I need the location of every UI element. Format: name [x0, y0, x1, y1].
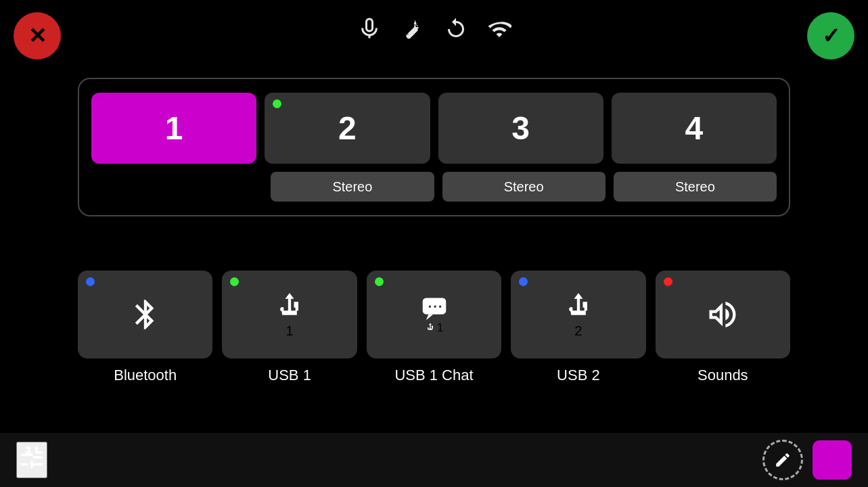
close-button[interactable]: ✕: [14, 12, 61, 60]
usb2-label: USB 2: [557, 367, 600, 384]
channel-row: 1 2 3 4: [91, 93, 777, 164]
usb1-icon: [272, 292, 307, 327]
sounds-indicator: [664, 277, 672, 286]
usb1-source-button[interactable]: 1 USB 1: [222, 271, 357, 384]
usb2-indicator: [519, 277, 528, 286]
usb1chat-icon-wrap: • • • 1: [420, 296, 449, 333]
sliders-icon: [18, 443, 46, 471]
svg-marker-1: [426, 315, 432, 321]
guitar-icon: [401, 17, 425, 47]
main-panel: 1 2 3 4 Stereo Stereo Stereo: [78, 78, 790, 216]
channel-2-button[interactable]: 2: [265, 93, 430, 164]
usb1-icon-wrap: 1: [272, 292, 307, 338]
sounds-icon: [705, 297, 740, 332]
bottom-right: [762, 440, 852, 480]
settings-button[interactable]: [16, 442, 47, 478]
usb1-icon-box: 1: [222, 271, 357, 358]
usb1-label: USB 1: [268, 367, 311, 384]
confirm-button[interactable]: ✓: [807, 12, 854, 60]
microphone-icon: [357, 17, 382, 47]
bluetooth-indicator: [86, 277, 95, 286]
usb-sub-icon: [425, 323, 436, 333]
usb1chat-indicator: [375, 277, 384, 286]
usb2-icon-box: 2: [511, 271, 645, 358]
bluetooth-source-button[interactable]: Bluetooth: [78, 271, 212, 384]
pencil-icon: [774, 451, 792, 469]
chat-bubble-icon: • • •: [420, 296, 449, 321]
source-row: Bluetooth 1 USB 1 • • •: [78, 271, 790, 384]
bluetooth-icon: [128, 297, 163, 332]
stereo-1-button[interactable]: Stereo: [271, 172, 434, 202]
bottom-bar: [0, 433, 868, 487]
usb2-icon-wrap: 2: [561, 292, 596, 338]
reset-icon: [444, 17, 468, 47]
usb1chat-source-button[interactable]: • • • 1 USB 1 Chat: [367, 271, 501, 384]
bluetooth-icon-box: [78, 271, 212, 358]
usb2-icon: [561, 292, 596, 327]
sounds-icon-box: [656, 271, 790, 358]
sounds-source-button[interactable]: Sounds: [656, 271, 790, 384]
usb1chat-label: USB 1 Chat: [394, 367, 473, 384]
sounds-label: Sounds: [698, 367, 748, 384]
usb1chat-icon-box: • • • 1: [367, 271, 501, 358]
channel-2-indicator: [273, 99, 281, 108]
usb2-source-button[interactable]: 2 USB 2: [511, 271, 645, 384]
channel-1-button[interactable]: 1: [91, 93, 256, 164]
color-swatch-button[interactable]: [813, 440, 852, 480]
svg-text:• • •: • • •: [428, 302, 441, 312]
stereo-row: Stereo Stereo Stereo: [91, 172, 777, 202]
stereo-2-button[interactable]: Stereo: [442, 172, 606, 202]
edit-button[interactable]: [762, 440, 803, 480]
stereo-3-button[interactable]: Stereo: [614, 172, 777, 202]
bluetooth-label: Bluetooth: [114, 367, 177, 384]
usb1-indicator: [230, 277, 239, 286]
top-icons-bar: [357, 17, 511, 47]
wifi-icon: [487, 17, 511, 47]
channel-3-button[interactable]: 3: [438, 93, 603, 164]
channel-4-button[interactable]: 4: [612, 93, 777, 164]
